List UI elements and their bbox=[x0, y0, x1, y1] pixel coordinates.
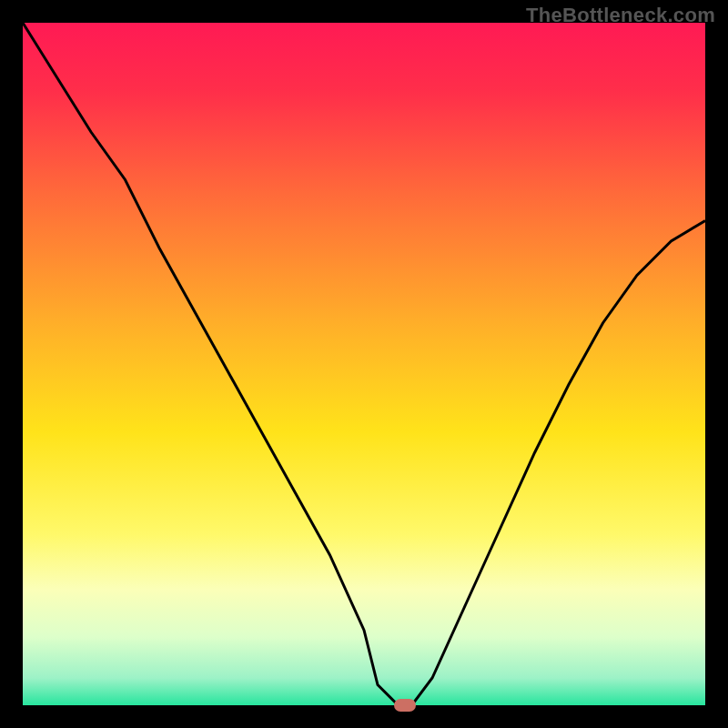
chart-frame: TheBottleneck.com bbox=[0, 0, 728, 728]
plot-svg bbox=[23, 23, 705, 705]
plot-area bbox=[23, 23, 705, 705]
heatmap-background bbox=[23, 23, 705, 705]
watermark-text: TheBottleneck.com bbox=[526, 4, 715, 27]
optimum-marker bbox=[394, 699, 416, 712]
